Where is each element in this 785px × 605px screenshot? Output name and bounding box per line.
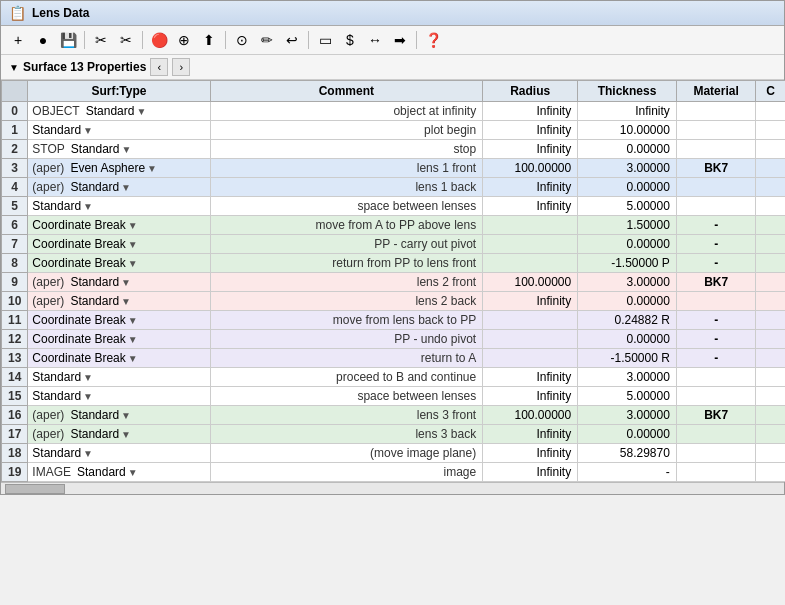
rect-button[interactable]: ▭ xyxy=(314,29,336,51)
surf-type-dropdown[interactable]: ▼ xyxy=(122,144,132,155)
surf-type-container: IMAGEStandard ▼ xyxy=(32,465,205,479)
comment-cell: lens 1 front xyxy=(210,159,483,178)
surface-dropdown-arrow[interactable]: ▼ xyxy=(9,62,19,73)
pencil-button[interactable]: ✏ xyxy=(256,29,278,51)
surf-type-dropdown[interactable]: ▼ xyxy=(83,448,93,459)
surf-type-cell: Standard ▼ xyxy=(28,444,210,463)
surf-type-dropdown[interactable]: ▼ xyxy=(128,220,138,231)
thickness-cell: 0.00000 xyxy=(578,425,677,444)
surf-type-dropdown[interactable]: ▼ xyxy=(128,467,138,478)
save-button[interactable]: 💾 xyxy=(57,29,79,51)
table-row: 14Standard ▼proceed to B and continueInf… xyxy=(2,368,786,387)
comment-cell: PP - undo pivot xyxy=(210,330,483,349)
surf-type-container: Coordinate Break ▼ xyxy=(32,237,205,251)
surf-type-container: Standard ▼ xyxy=(32,370,205,384)
add-button[interactable]: + xyxy=(7,29,29,51)
surf-type-dropdown[interactable]: ▼ xyxy=(147,163,157,174)
table-row: 19IMAGEStandard ▼imageInfinity- xyxy=(2,463,786,482)
surf-type-dropdown[interactable]: ▼ xyxy=(128,353,138,364)
surf-type-cell: Standard ▼ xyxy=(28,121,210,140)
surf-type-dropdown[interactable]: ▼ xyxy=(83,201,93,212)
dollar-button[interactable]: $ xyxy=(339,29,361,51)
surface-next-button[interactable]: › xyxy=(172,58,190,76)
surf-type-dropdown[interactable]: ▼ xyxy=(128,315,138,326)
row-num-cell: 12 xyxy=(2,330,28,349)
toolbar-sep-5 xyxy=(416,31,417,49)
thickness-cell: Infinity xyxy=(578,102,677,121)
table-row: 9(aper)Standard ▼lens 2 front100.000003.… xyxy=(2,273,786,292)
cut-button[interactable]: ✂ xyxy=(90,29,112,51)
up-button[interactable]: ⬆ xyxy=(198,29,220,51)
circle-dot-button[interactable]: ⊙ xyxy=(231,29,253,51)
c-cell xyxy=(756,387,785,406)
surf-name-label: Standard xyxy=(70,294,119,308)
surf-type-label: (aper) xyxy=(32,427,64,441)
c-cell xyxy=(756,425,785,444)
surf-name-label: Coordinate Break xyxy=(32,237,125,251)
surf-type-dropdown[interactable]: ▼ xyxy=(128,334,138,345)
row-num-cell: 10 xyxy=(2,292,28,311)
radius-cell xyxy=(483,330,578,349)
row-num-cell: 1 xyxy=(2,121,28,140)
table-row: 1Standard ▼plot beginInfinity10.00000 xyxy=(2,121,786,140)
surf-type-dropdown[interactable]: ▼ xyxy=(83,391,93,402)
surf-type-container: (aper)Standard ▼ xyxy=(32,408,205,422)
thickness-cell: 5.00000 xyxy=(578,197,677,216)
table-container: Surf:Type Comment Radius Thickness Mater… xyxy=(1,80,785,482)
thickness-cell: 3.00000 xyxy=(578,159,677,178)
material-cell xyxy=(676,121,756,140)
radius-cell: Infinity xyxy=(483,425,578,444)
surf-type-label: (aper) xyxy=(32,180,64,194)
surf-type-container: Standard ▼ xyxy=(32,446,205,460)
row-num-cell: 15 xyxy=(2,387,28,406)
arrow-r-button[interactable]: ➡ xyxy=(389,29,411,51)
surf-type-dropdown[interactable]: ▼ xyxy=(121,296,131,307)
arrow-lr-button[interactable]: ↔ xyxy=(364,29,386,51)
row-num-cell: 18 xyxy=(2,444,28,463)
surf-type-dropdown[interactable]: ▼ xyxy=(83,372,93,383)
thickness-cell: 58.29870 xyxy=(578,444,677,463)
surf-type-cell: (aper)Standard ▼ xyxy=(28,406,210,425)
cut2-button[interactable]: ✂ xyxy=(115,29,137,51)
surf-type-dropdown[interactable]: ▼ xyxy=(121,182,131,193)
thickness-cell: -1.50000 P xyxy=(578,254,677,273)
c-cell xyxy=(756,406,785,425)
plus-button[interactable]: ⊕ xyxy=(173,29,195,51)
surf-type-dropdown[interactable]: ▼ xyxy=(121,410,131,421)
help-button[interactable]: ❓ xyxy=(422,29,444,51)
red-button[interactable]: 🔴 xyxy=(148,29,170,51)
surf-name-label: Coordinate Break xyxy=(32,313,125,327)
surf-type-dropdown[interactable]: ▼ xyxy=(136,106,146,117)
surf-type-dropdown[interactable]: ▼ xyxy=(128,258,138,269)
circle-button[interactable]: ● xyxy=(32,29,54,51)
thickness-cell: 0.00000 xyxy=(578,178,677,197)
surf-type-label: OBJECT xyxy=(32,104,79,118)
thickness-cell: 3.00000 xyxy=(578,368,677,387)
c-cell xyxy=(756,292,785,311)
scrollbar-thumb[interactable] xyxy=(5,484,65,494)
comment-cell: lens 2 front xyxy=(210,273,483,292)
material-cell xyxy=(676,140,756,159)
surf-type-cell: Coordinate Break ▼ xyxy=(28,235,210,254)
surf-type-dropdown[interactable]: ▼ xyxy=(128,239,138,250)
surf-type-container: OBJECTStandard ▼ xyxy=(32,104,205,118)
surf-type-container: (aper)Even Asphere ▼ xyxy=(32,161,205,175)
surf-type-cell: Coordinate Break ▼ xyxy=(28,216,210,235)
c-cell xyxy=(756,349,785,368)
undo-button[interactable]: ↩ xyxy=(281,29,303,51)
scrollbar-area[interactable] xyxy=(1,482,784,494)
thickness-cell: -1.50000 R xyxy=(578,349,677,368)
surf-type-dropdown[interactable]: ▼ xyxy=(121,277,131,288)
thickness-cell: 10.00000 xyxy=(578,121,677,140)
surf-type-container: (aper)Standard ▼ xyxy=(32,427,205,441)
radius-cell xyxy=(483,254,578,273)
surface-prev-button[interactable]: ‹ xyxy=(150,58,168,76)
radius-cell: Infinity xyxy=(483,368,578,387)
surf-type-dropdown[interactable]: ▼ xyxy=(83,125,93,136)
col-header-surf-type: Surf:Type xyxy=(28,81,210,102)
toolbar-sep-2 xyxy=(142,31,143,49)
radius-cell: Infinity xyxy=(483,463,578,482)
col-header-comment: Comment xyxy=(210,81,483,102)
surf-type-dropdown[interactable]: ▼ xyxy=(121,429,131,440)
comment-cell: return from PP to lens front xyxy=(210,254,483,273)
